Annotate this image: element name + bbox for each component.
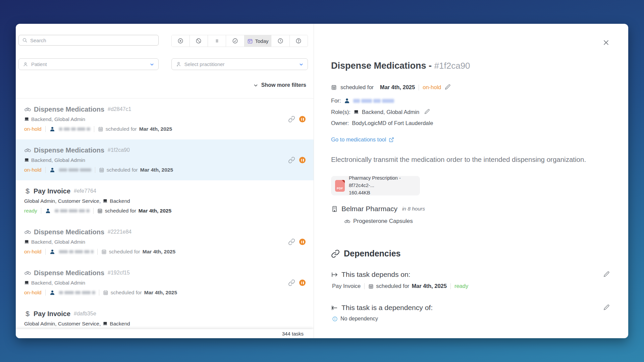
calendar-icon (368, 284, 374, 289)
status-badge: on-hold (24, 290, 42, 296)
edit-roles-button[interactable] (424, 109, 430, 115)
check-circle-icon (232, 38, 238, 44)
redacted-patient-name (55, 209, 90, 213)
no-dependency-label: No dependency (340, 316, 378, 322)
task-row-192cf15[interactable]: Dispense Medications #192cf15 Backend, G… (16, 262, 314, 303)
task-row-1f2ca90[interactable]: Dispense Medications #1f2ca90 Backend, G… (16, 139, 314, 180)
x-circle-icon (177, 38, 183, 44)
pills-icon (24, 147, 31, 154)
calendar-icon (97, 208, 103, 214)
task-roles: Backend, Global Admin (31, 280, 85, 286)
dollar-icon: $ (24, 187, 31, 195)
link-icon (288, 279, 295, 286)
task-id: #1f2ca90 (108, 147, 130, 153)
status-badge: on-hold (24, 167, 42, 173)
task-row-2221e84[interactable]: Dispense Medications #2221e84 Backend, G… (16, 221, 314, 262)
task-title: Dispense Medications (34, 269, 104, 277)
dependency-of-arrow-icon (331, 304, 338, 311)
building-icon (331, 205, 338, 213)
calendar-icon (103, 290, 108, 295)
scheduled-label: scheduled for (109, 249, 140, 255)
detail-title: Dispense Medications - #1f2ca90 (331, 61, 610, 71)
depends-on-label: This task depends on: (341, 270, 410, 279)
filter-scheduled-button[interactable] (271, 35, 289, 47)
patient-dropdown[interactable]: Patient (18, 58, 159, 70)
task-roles-post: Backend (110, 198, 130, 204)
task-count-footer: 344 tasks (16, 329, 314, 338)
laptop-icon (24, 117, 29, 122)
attachment-name: Pharmacy Prescription - 8f72c4c2-... (349, 175, 401, 188)
scheduled-label: scheduled for (106, 126, 137, 132)
pdf-file-icon: PDF (335, 180, 345, 192)
laptop-icon (24, 239, 29, 244)
calendar-icon (98, 126, 103, 132)
chevron-down-icon (253, 83, 258, 88)
divider (45, 290, 46, 296)
status-filter-group: Today (171, 35, 308, 47)
detail-title-text: Dispense Medications - (331, 61, 432, 71)
divider (450, 283, 451, 289)
divider (41, 208, 41, 214)
info-circle-icon (332, 316, 338, 322)
pills-icon (344, 218, 351, 225)
scheduled-label: scheduled for (111, 290, 142, 296)
filter-today-label: Today (255, 38, 269, 44)
task-title: Pay Invoice (34, 310, 70, 318)
task-title: Pay Invoice (34, 187, 70, 195)
medications-tool-link[interactable]: Go to medications tool (331, 136, 394, 143)
clock-icon (277, 38, 283, 44)
edit-depends-on-button[interactable] (603, 271, 610, 278)
status-badge: on-hold (24, 126, 42, 132)
task-roles: Backend, Global Admin (31, 116, 85, 122)
ban-icon (196, 38, 202, 44)
link-icon (288, 157, 295, 164)
on-hold-badge-icon (299, 239, 306, 245)
edit-status-button[interactable] (445, 84, 451, 91)
person-icon (49, 290, 55, 296)
laptop-icon (24, 158, 29, 163)
task-row-d2847c1[interactable]: Dispense Medications #d2847c1 Backend, G… (16, 99, 314, 139)
roles-label: Role(s): (331, 109, 351, 115)
detail-scheduled-date: Mar 4th, 2025 (380, 84, 415, 90)
pharmacy-name: Belmar Pharmacy (341, 205, 397, 213)
filter-onhold-button[interactable] (208, 35, 226, 47)
practitioner-dropdown[interactable]: Select practitioner (171, 58, 308, 70)
status-badge: on-hold (24, 249, 42, 255)
filter-completed-button[interactable] (226, 35, 244, 47)
divider (95, 167, 95, 173)
redacted-patient-name (59, 168, 91, 172)
practitioner-icon (176, 61, 181, 67)
laptop-icon (354, 109, 359, 115)
dependencies-header: Dependencies (344, 249, 401, 258)
dependency-task-row[interactable]: Pay Invoice scheduled for Mar 4th, 2025 … (332, 283, 610, 289)
close-button[interactable] (602, 39, 610, 47)
filter-blocked-button[interactable] (190, 35, 208, 47)
task-list[interactable]: Dispense Medications #d2847c1 Backend, G… (16, 99, 314, 338)
scheduled-date: Mar 4th, 2025 (140, 167, 173, 173)
scheduled-date: Mar 4th, 2025 (144, 290, 177, 296)
scheduled-date: Mar 4th, 2025 (139, 126, 172, 132)
link-icon (288, 238, 295, 245)
redacted-patient-name (59, 250, 94, 253)
owner-value: BodyLogicMD of Fort Lauderdale (352, 120, 433, 126)
patient-icon (23, 62, 28, 67)
task-id: #efe7764 (74, 188, 96, 194)
filter-help-button[interactable] (290, 35, 308, 47)
show-more-filters-button[interactable]: Show more filters (253, 82, 306, 88)
dependency-status-badge: ready (454, 283, 468, 289)
divider (364, 283, 365, 289)
filter-cancelled-button[interactable] (172, 35, 190, 47)
on-hold-badge-icon (299, 116, 306, 122)
filter-today-button[interactable]: Today (245, 35, 272, 47)
attachment-card[interactable]: PDF Pharmacy Prescription - 8f72c4c2-...… (331, 176, 420, 195)
redacted-patient-name (59, 291, 95, 294)
pdf-badge: PDF (335, 187, 345, 190)
redacted-patient-name (353, 99, 394, 103)
pills-icon (24, 106, 31, 113)
task-row-efe7764[interactable]: $ Pay Invoice #efe7764 Global Admin, Cus… (16, 180, 314, 221)
calendar-icon (101, 249, 107, 254)
search-input[interactable] (30, 38, 155, 43)
task-description: Electronically transmit the medication o… (331, 156, 610, 164)
edit-dependency-of-button[interactable] (603, 304, 610, 311)
detail-task-id: #1f2ca90 (434, 61, 470, 71)
